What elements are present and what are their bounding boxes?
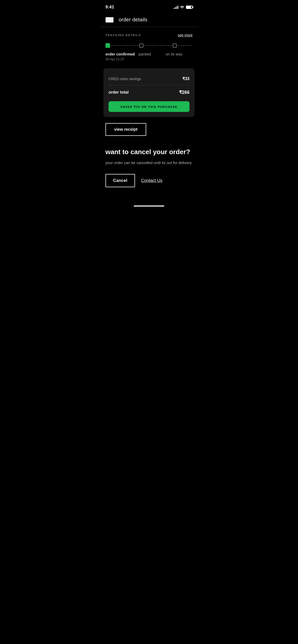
coins-savings-label: CRED coins savings: [109, 77, 141, 81]
step-1-time: 30 Apr 11:37: [105, 57, 141, 61]
header: order details: [99, 13, 199, 27]
summary-divider: [109, 85, 189, 85]
step-3-indicator: [173, 43, 177, 48]
cancel-heading: want to cancel your order?: [105, 148, 193, 156]
step-labels: order confirmed 30 Apr 11:37 packed on i…: [105, 52, 193, 61]
coins-savings-value: ₹33: [182, 76, 189, 81]
cancel-actions: Cancel Contact Us: [105, 174, 193, 187]
cancel-description: your order can be cancelled until its ou…: [105, 160, 193, 166]
see-more-link[interactable]: see more: [178, 33, 193, 37]
step-1-label: order confirmed 30 Apr 11:37: [105, 52, 141, 61]
tracking-section: TRACKING DETAILS see more order confirme…: [99, 27, 199, 66]
track-line-2: [144, 45, 172, 46]
order-summary-card: CRED coins savings ₹33 order total ₹266 …: [103, 68, 195, 117]
tracking-label: TRACKING DETAILS: [105, 34, 141, 37]
savings-banner: SAVED ₹33 ON THIS PURCHASE: [109, 101, 189, 112]
step-2-name: packed: [139, 52, 166, 56]
cancel-section: want to cancel your order? your order ca…: [99, 136, 199, 195]
order-total-label: order total: [109, 90, 129, 95]
coins-savings-row: CRED coins savings ₹33: [109, 74, 189, 83]
wifi-icon: [180, 5, 184, 9]
step-1-indicator: [105, 43, 110, 48]
back-button[interactable]: [105, 17, 114, 23]
track-line-3: [178, 45, 192, 46]
home-indicator: [134, 206, 164, 207]
step-2-label: packed: [139, 52, 166, 61]
order-total-row: order total ₹266: [109, 87, 189, 97]
status-time: 9:41: [105, 5, 114, 10]
step-3-label: on its way: [166, 52, 193, 61]
page-title: order details: [119, 17, 147, 23]
step-1-name: order confirmed: [105, 52, 141, 56]
step-2-indicator: [139, 43, 143, 48]
progress-track: [105, 43, 193, 48]
step-3-name: on its way: [166, 52, 193, 56]
cancel-button[interactable]: Cancel: [105, 174, 135, 187]
savings-banner-text: SAVED ₹33 ON THIS PURCHASE: [120, 105, 178, 108]
order-total-value: ₹266: [179, 90, 189, 95]
contact-us-link[interactable]: Contact Us: [141, 178, 162, 183]
track-line-1: [111, 45, 138, 46]
signal-icon: [174, 5, 178, 9]
status-bar: 9:41: [99, 0, 199, 13]
status-icons: [174, 5, 193, 9]
battery-icon: [186, 6, 193, 9]
view-receipt-button[interactable]: view receipt: [105, 123, 146, 136]
tracking-header: TRACKING DETAILS see more: [105, 33, 193, 37]
